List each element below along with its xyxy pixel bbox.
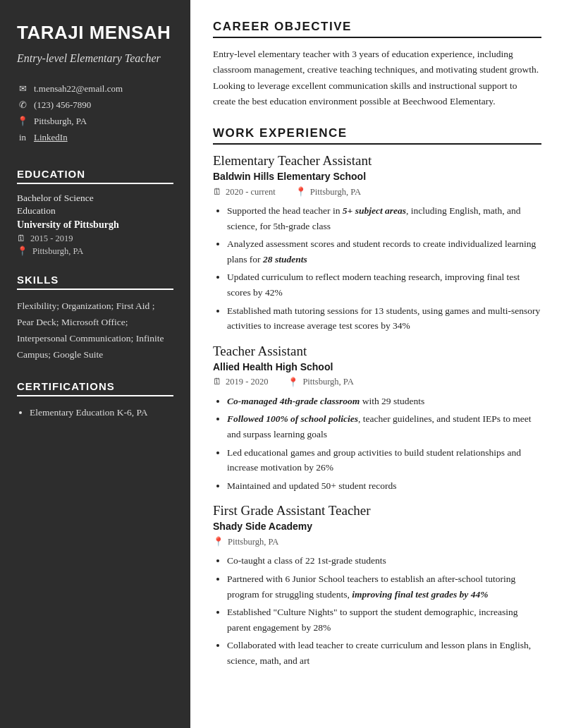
job-2-meta: 🗓 2019 - 2020 📍 Pittsburgh, PA bbox=[213, 377, 541, 388]
skills-text: Flexibility; Organization; First Aid ; P… bbox=[17, 298, 173, 363]
degree: Bachelor of Science bbox=[17, 193, 173, 204]
candidate-name: TARAJI MENSAH bbox=[17, 23, 173, 44]
career-objective-text: Entry-level elementary teacher with 3 ye… bbox=[213, 47, 541, 109]
sidebar: TARAJI MENSAH Entry-level Elementary Tea… bbox=[0, 0, 190, 728]
location-icon-edu: 📍 bbox=[17, 245, 28, 257]
job-3-meta: 📍 Pittsburgh, PA bbox=[213, 536, 541, 547]
candidate-title: Entry-level Elementary Teacher bbox=[17, 51, 173, 66]
job-2: Teacher Assistant Allied Health High Sch… bbox=[213, 344, 541, 494]
bullet-1-4: Established math tutoring sessions for 1… bbox=[227, 303, 541, 334]
education-section: EDUCATION Bachelor of Science Education … bbox=[17, 168, 173, 257]
job-1-location: 📍 Pittsburgh, PA bbox=[295, 186, 361, 198]
phone-item: ✆ (123) 456-7890 bbox=[17, 99, 173, 111]
main-content: CAREER OBJECTIVE Entry-level elementary … bbox=[190, 0, 564, 728]
calendar-icon-1: 🗓 bbox=[213, 187, 222, 198]
job-3-org: Shady Side Academy bbox=[213, 521, 541, 532]
linkedin-icon: in bbox=[17, 132, 28, 143]
location-item: 📍 Pittsburgh, PA bbox=[17, 116, 173, 127]
bullet-3-1: Co-taught a class of 22 1st-grade studen… bbox=[227, 553, 541, 569]
job-1-meta: 🗓 2020 - current 📍 Pittsburgh, PA bbox=[213, 186, 541, 198]
education-title: EDUCATION bbox=[17, 168, 173, 184]
education-location: 📍 Pittsburgh, PA bbox=[17, 245, 173, 257]
education-field: Education bbox=[17, 205, 173, 217]
education-school: University of Pittsburgh bbox=[17, 219, 173, 231]
work-experience-title: WORK EXPERIENCE bbox=[213, 126, 541, 145]
location-icon-3: 📍 bbox=[213, 536, 224, 547]
education-years: 🗓 2015 - 2019 bbox=[17, 233, 173, 244]
job-2-dates: 🗓 2019 - 2020 bbox=[213, 377, 268, 387]
location-icon: 📍 bbox=[17, 116, 28, 127]
job-1-bullets: Supported the head teacher in 5+ subject… bbox=[213, 203, 541, 334]
job-2-bullets: Co-managed 4th-grade classroom with 29 s… bbox=[213, 394, 541, 494]
bullet-3-4: Collaborated with lead teacher to create… bbox=[227, 638, 541, 668]
bullet-3-2: Partnered with 6 Junior School teachers … bbox=[227, 571, 541, 602]
bullet-1-1: Supported the head teacher in 5+ subject… bbox=[227, 203, 541, 233]
location-icon-1: 📍 bbox=[295, 186, 307, 198]
calendar-icon: 🗓 bbox=[17, 233, 26, 244]
linkedin-item[interactable]: in LinkedIn bbox=[17, 132, 173, 143]
bullet-2-3: Led educational games and group activiti… bbox=[227, 445, 541, 475]
career-objective-title: CAREER OBJECTIVE bbox=[213, 20, 541, 38]
job-1-org: Baldwin Hills Elementary School bbox=[213, 171, 541, 182]
certifications-list: Elementary Education K-6, PA bbox=[17, 405, 173, 420]
calendar-icon-2: 🗓 bbox=[213, 377, 222, 387]
job-3: First Grade Assistant Teacher Shady Side… bbox=[213, 503, 541, 668]
bullet-2-2: Followed 100% of school policies, teache… bbox=[227, 411, 541, 442]
location-icon-2: 📍 bbox=[288, 377, 299, 388]
job-2-org: Allied Health High School bbox=[213, 361, 541, 372]
job-1: Elementary Teacher Assistant Baldwin Hil… bbox=[213, 153, 541, 334]
career-objective-section: CAREER OBJECTIVE Entry-level elementary … bbox=[213, 20, 541, 109]
job-1-dates: 🗓 2020 - current bbox=[213, 187, 276, 198]
email-text: t.mensah22@email.com bbox=[34, 83, 123, 95]
cert-item: Elementary Education K-6, PA bbox=[30, 405, 173, 420]
bullet-3-3: Established "Culture Nights" to support … bbox=[227, 605, 541, 635]
linkedin-link[interactable]: LinkedIn bbox=[34, 132, 68, 143]
job-2-title: Teacher Assistant bbox=[213, 344, 541, 359]
job-3-location: 📍 Pittsburgh, PA bbox=[213, 536, 278, 547]
job-1-title: Elementary Teacher Assistant bbox=[213, 153, 541, 169]
bullet-2-4: Maintained and updated 50+ student recor… bbox=[227, 478, 541, 494]
certifications-section: CERTIFICATIONS Elementary Education K-6,… bbox=[17, 380, 173, 420]
bullet-1-2: Analyzed assessment scores and student r… bbox=[227, 236, 541, 267]
email-item: ✉ t.mensah22@email.com bbox=[17, 83, 173, 95]
job-3-bullets: Co-taught a class of 22 1st-grade studen… bbox=[213, 553, 541, 668]
bullet-1-3: Updated curriculum to reflect modern tea… bbox=[227, 269, 541, 300]
contact-section: ✉ t.mensah22@email.com ✆ (123) 456-7890 … bbox=[17, 83, 173, 148]
job-3-title: First Grade Assistant Teacher bbox=[213, 503, 541, 518]
location-text: Pittsburgh, PA bbox=[34, 116, 87, 127]
work-experience-section: WORK EXPERIENCE Elementary Teacher Assis… bbox=[213, 126, 541, 668]
bullet-2-1: Co-managed 4th-grade classroom with 29 s… bbox=[227, 394, 541, 409]
job-2-location: 📍 Pittsburgh, PA bbox=[288, 377, 353, 388]
phone-text: (123) 456-7890 bbox=[34, 99, 91, 111]
phone-icon: ✆ bbox=[17, 99, 28, 111]
skills-title: SKILLS bbox=[17, 274, 173, 290]
certifications-title: CERTIFICATIONS bbox=[17, 380, 173, 396]
email-icon: ✉ bbox=[17, 83, 28, 95]
skills-section: SKILLS Flexibility; Organization; First … bbox=[17, 274, 173, 363]
